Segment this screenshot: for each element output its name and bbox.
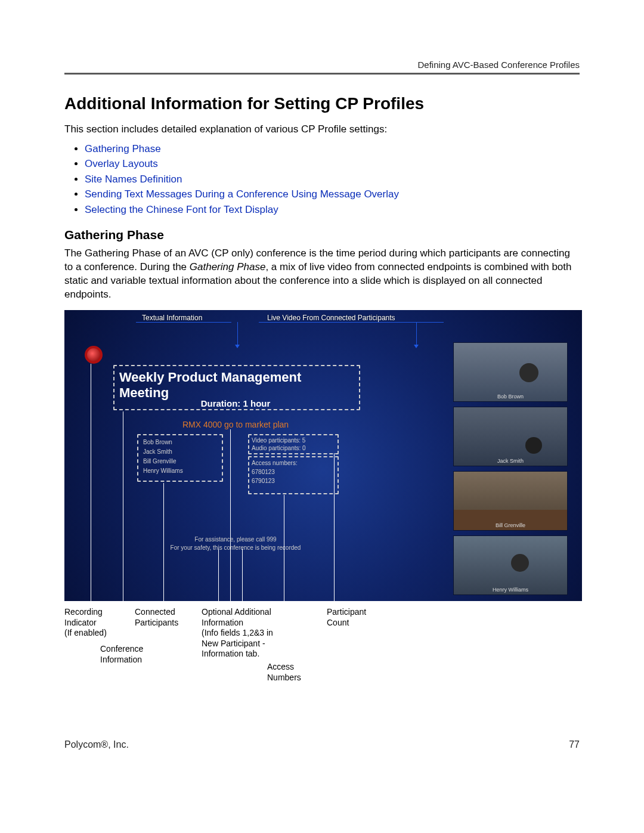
header-section: Defining AVC-Based Conference Profiles [417,60,580,70]
callout-participant-count: Participant Count [327,607,366,628]
section-heading: Gathering Phase [64,228,580,242]
access-numbers: Access numbers: 6780123 6790123 [252,459,298,485]
gathering-phase-figure: Textual Information Live Video From Conn… [64,310,582,680]
footer: Polycom®, Inc. 77 [64,739,580,750]
participant-name: Jack Smith [143,447,183,457]
subtitle-text: RMX 4000 go to market plan [113,420,358,429]
link-list: Gathering Phase Overlay Layouts Site Nam… [64,141,580,218]
link-item[interactable]: Site Names Definition [85,172,580,187]
top-underline [136,322,231,323]
participant-name: Bob Brown [143,438,183,447]
audio-count: Audio participants: 0 [252,444,306,452]
video-caption: Henry Williams [454,587,566,593]
assist-line: For assistance, please call 999 [113,535,358,544]
link-item[interactable]: Gathering Phase [85,141,580,157]
slide-background: Textual Information Live Video From Conn… [64,310,582,601]
top-label-live-video: Live Video From Connected Participants [267,314,395,322]
callout-line [284,495,284,601]
footer-company: Polycom®, Inc. [64,739,129,750]
conference-title: Weekly Product Management Meeting [119,370,352,401]
callout-line [334,453,335,601]
callout-connected: Connected Participants [135,607,178,628]
arrow-line [237,322,238,345]
access-number: 6780123 [252,467,298,476]
arrow-down-icon [235,345,240,348]
callout-access-numbers: Access Numbers [267,662,301,683]
para-em: Gathering Phase [190,261,266,272]
participant-name: Bill Grenville [143,457,183,466]
link-item[interactable]: Selecting the Chinese Font for Text Disp… [85,202,580,218]
link-item[interactable]: Sending Text Messages During a Conferenc… [85,187,580,202]
callout-line [230,429,231,601]
video-caption: Jack Smith [454,458,566,464]
callout-line [218,549,219,601]
video-panel [453,535,568,595]
callout-line [91,364,91,601]
assist-text: For assistance, please call 999 For your… [113,535,358,552]
callout-line [242,549,243,601]
assist-line: For your safety, this conference is bein… [113,544,358,552]
arrow-line [416,322,417,345]
video-caption: Bill Grenville [454,522,566,528]
video-caption: Bob Brown [454,394,566,400]
duration-text: Duration: 1 hour [113,398,358,408]
callout-conference-info: Conference Information [100,644,143,665]
content: Additional Information for Setting CP Pr… [64,88,580,680]
arrow-down-icon [414,345,419,348]
top-label-textual: Textual Information [142,314,202,322]
header-rule [64,73,580,75]
participants-list: Bob Brown Jack Smith Bill Grenville Henr… [143,438,183,476]
callout-line [123,411,123,601]
callout-line [163,483,164,601]
participant-name: Henry Williams [143,466,183,476]
access-number: 6790123 [252,476,298,485]
access-label: Access numbers: [252,459,298,467]
callout-optional: Optional Additional Information (Info fi… [202,607,273,659]
video-count: Video participants: 5 [252,436,306,444]
video-panel [453,342,568,402]
intro-text: This section includes detailed explanati… [64,123,580,137]
participant-counts: Video participants: 5 Audio participants… [252,436,306,452]
footer-page-number: 77 [569,739,580,750]
callout-recording: Recording Indicator (If enabled) [64,607,107,639]
link-item[interactable]: Overlay Layouts [85,156,580,172]
recording-indicator-icon [85,346,103,364]
page-title: Additional Information for Setting CP Pr… [64,94,580,113]
video-panel [453,407,568,466]
body-paragraph: The Gathering Phase of an AVC (CP only) … [64,247,580,302]
video-panel [453,471,568,531]
